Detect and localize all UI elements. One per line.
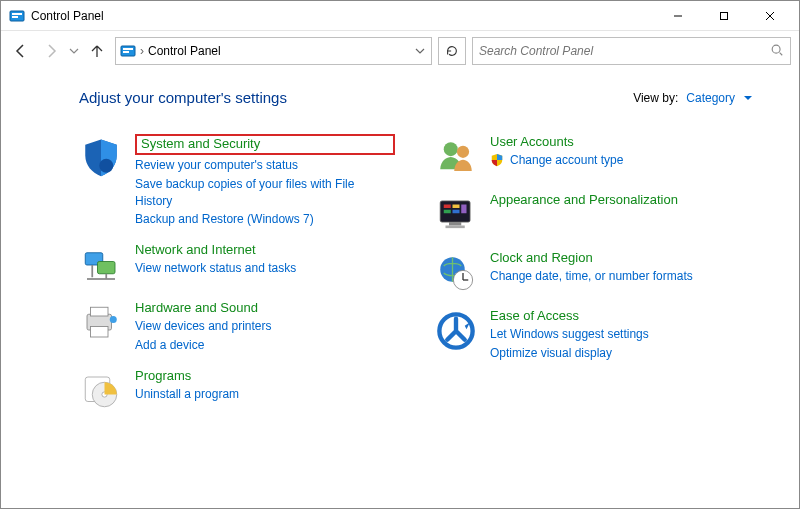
category-programs: Programs Uninstall a program — [79, 368, 404, 412]
category-title[interactable]: Hardware and Sound — [135, 300, 272, 315]
svg-rect-20 — [91, 327, 109, 338]
breadcrumb-separator-icon: › — [140, 44, 144, 58]
category-sub[interactable]: View devices and printers — [135, 318, 272, 335]
category-title[interactable]: Network and Internet — [135, 242, 296, 257]
content-area: Adjust your computer's settings View by:… — [1, 71, 799, 422]
svg-point-21 — [110, 316, 117, 323]
highlight-box: System and Security — [135, 134, 395, 155]
category-sub[interactable]: Change account type — [510, 152, 623, 169]
categories-left: System and Security Review your computer… — [79, 134, 404, 412]
heading-row: Adjust your computer's settings View by:… — [79, 89, 759, 106]
category-sub[interactable]: View network status and tasks — [135, 260, 296, 277]
category-sub[interactable]: Backup and Restore (Windows 7) — [135, 211, 395, 228]
svg-rect-28 — [444, 205, 451, 209]
search-box[interactable] — [472, 37, 791, 65]
ease-of-access-icon — [434, 308, 478, 352]
category-title[interactable]: Programs — [135, 368, 239, 383]
monitor-icon — [434, 192, 478, 236]
uac-shield-icon — [490, 153, 504, 167]
refresh-button[interactable] — [438, 37, 466, 65]
address-dropdown-button[interactable] — [415, 46, 425, 56]
address-bar[interactable]: › Control Panel — [115, 37, 432, 65]
chevron-down-icon — [743, 93, 753, 103]
svg-rect-8 — [123, 48, 133, 50]
category-sub[interactable]: Review your computer's status — [135, 157, 395, 174]
svg-point-25 — [444, 142, 458, 156]
category-network-and-internet: Network and Internet View network status… — [79, 242, 404, 286]
svg-rect-4 — [721, 12, 728, 19]
category-sub[interactable]: Uninstall a program — [135, 386, 239, 403]
svg-point-26 — [457, 146, 469, 158]
clock-globe-icon — [434, 250, 478, 294]
titlebar: Control Panel — [1, 1, 799, 31]
maximize-button[interactable] — [701, 2, 747, 30]
search-icon — [770, 43, 784, 60]
category-title[interactable]: System and Security — [141, 136, 260, 151]
control-panel-icon — [9, 8, 25, 24]
users-icon — [434, 134, 478, 178]
search-input[interactable] — [479, 44, 764, 58]
categories-right: User Accounts Change account type Appear… — [434, 134, 759, 412]
view-by-label: View by: — [633, 91, 678, 105]
category-sub[interactable]: Change date, time, or number formats — [490, 268, 693, 285]
svg-point-12 — [99, 159, 113, 173]
view-by-control[interactable]: View by: Category — [633, 91, 753, 105]
category-sub[interactable]: Optimize visual display — [490, 345, 649, 362]
window-title: Control Panel — [31, 9, 104, 23]
category-sub[interactable]: Let Windows suggest settings — [490, 326, 649, 343]
category-clock-and-region: Clock and Region Change date, time, or n… — [434, 250, 759, 294]
printer-icon — [79, 300, 123, 344]
close-button[interactable] — [747, 2, 793, 30]
category-title[interactable]: Ease of Access — [490, 308, 649, 323]
category-title[interactable]: Clock and Region — [490, 250, 693, 265]
view-by-value: Category — [686, 91, 735, 105]
category-title[interactable]: Appearance and Personalization — [490, 192, 678, 207]
svg-line-11 — [780, 52, 783, 55]
minimize-button[interactable] — [655, 2, 701, 30]
svg-point-10 — [772, 45, 780, 53]
category-system-and-security: System and Security Review your computer… — [79, 134, 404, 228]
category-appearance-and-personalization: Appearance and Personalization — [434, 192, 759, 236]
category-sub[interactable]: Add a device — [135, 337, 272, 354]
disc-icon — [79, 368, 123, 412]
category-user-accounts: User Accounts Change account type — [434, 134, 759, 178]
svg-rect-9 — [123, 51, 129, 53]
control-panel-icon — [120, 43, 136, 59]
categories: System and Security Review your computer… — [79, 134, 759, 412]
svg-rect-19 — [91, 307, 109, 316]
navbar: › Control Panel — [1, 31, 799, 71]
category-title[interactable]: User Accounts — [490, 134, 623, 149]
page-heading: Adjust your computer's settings — [79, 89, 287, 106]
svg-rect-32 — [461, 205, 466, 214]
svg-rect-2 — [12, 16, 18, 18]
svg-rect-30 — [444, 210, 451, 214]
svg-rect-14 — [98, 262, 116, 274]
svg-rect-1 — [12, 13, 22, 15]
svg-rect-31 — [453, 210, 460, 214]
category-sub[interactable]: Save backup copies of your files with Fi… — [135, 176, 395, 210]
svg-rect-33 — [449, 222, 461, 226]
back-button[interactable] — [9, 39, 33, 63]
forward-button[interactable] — [39, 39, 63, 63]
category-ease-of-access: Ease of Access Let Windows suggest setti… — [434, 308, 759, 362]
svg-rect-29 — [453, 205, 460, 209]
shield-icon — [79, 134, 123, 178]
category-hardware-and-sound: Hardware and Sound View devices and prin… — [79, 300, 404, 354]
up-button[interactable] — [85, 39, 109, 63]
history-dropdown-button[interactable] — [69, 46, 79, 56]
breadcrumb-root[interactable]: Control Panel — [148, 44, 221, 58]
svg-rect-34 — [446, 226, 465, 229]
network-icon — [79, 242, 123, 286]
